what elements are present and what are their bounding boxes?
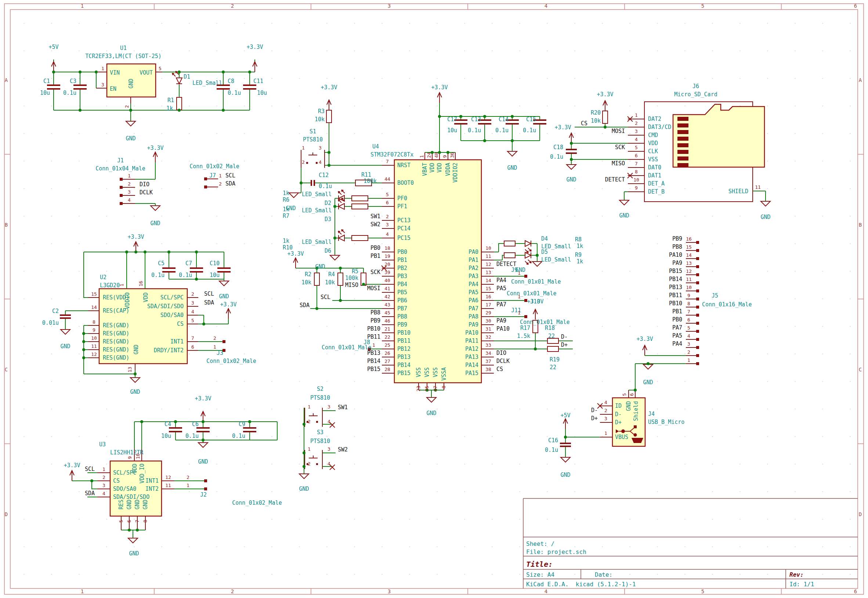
connector-pin-square[interactable] xyxy=(204,479,207,482)
net-label: SCL xyxy=(85,466,95,472)
connector-pin-square[interactable] xyxy=(696,290,699,292)
wire-junction-dot xyxy=(79,70,82,73)
power-arrow-symbol xyxy=(563,419,568,429)
wire-junction-dot xyxy=(634,389,637,392)
net-label: PB14 xyxy=(367,358,380,365)
pin-name: NRST xyxy=(397,162,410,169)
power-label: +3.3V xyxy=(246,44,263,50)
net-label: SDA xyxy=(85,490,95,496)
wire-junction-dot xyxy=(333,205,336,208)
connector-pin-square[interactable] xyxy=(524,315,527,318)
component-label: 0.1u xyxy=(185,433,198,439)
connector-pin-square[interactable] xyxy=(696,306,699,308)
component-label: R9 xyxy=(575,252,582,258)
connector-pin-square[interactable] xyxy=(696,338,699,341)
connector-pin-square[interactable] xyxy=(696,354,699,357)
pin-name: PB0 xyxy=(397,249,407,255)
component-label: 0.1u xyxy=(63,90,76,96)
connector-pin-square[interactable] xyxy=(696,281,699,284)
net-label: PA5 xyxy=(497,285,506,292)
pin-number: 27 xyxy=(385,359,390,364)
wire-junction-dot xyxy=(82,348,85,351)
frame-column-label: 6 xyxy=(854,3,857,9)
connector-pin-square[interactable] xyxy=(696,314,699,317)
gnd-symbol xyxy=(507,151,517,156)
connector-pin-square[interactable] xyxy=(204,487,207,490)
wire-junction-dot xyxy=(536,254,538,257)
wire-junction-dot xyxy=(328,164,330,167)
schematic-canvas[interactable]: 112233445566AABBCCDD xyxy=(0,0,868,598)
connector-pin-square[interactable] xyxy=(204,185,207,188)
component-label: C11 xyxy=(254,78,263,84)
connector-pin-square[interactable] xyxy=(696,257,699,260)
connector-pin-square[interactable] xyxy=(120,178,123,181)
connector-pin-square[interactable] xyxy=(696,249,699,252)
component-label: C8 xyxy=(228,78,234,84)
wire-junction-dot xyxy=(82,356,85,359)
connector-pin-square[interactable] xyxy=(204,178,207,180)
connector-pin-square[interactable] xyxy=(524,275,527,278)
pin-name: PC15 xyxy=(397,235,410,241)
pin-number: 6 xyxy=(191,344,194,350)
pin-name: SHIELD xyxy=(728,188,748,195)
component-label: C18 xyxy=(553,144,563,151)
connector-pin-square[interactable] xyxy=(696,265,699,268)
pin-number: 11 xyxy=(165,483,171,488)
gnd-symbol xyxy=(289,193,298,197)
pin-number: 13 xyxy=(485,270,491,275)
component-label: J6 xyxy=(692,83,699,90)
frame-column-label: 4 xyxy=(544,589,547,594)
pin-name: PB5 xyxy=(397,289,407,296)
gnd-symbol xyxy=(427,398,436,402)
pin-name: SDO/SA0 xyxy=(113,486,136,492)
pin-number: 1 xyxy=(101,66,104,71)
pin-number: 13 xyxy=(686,260,692,266)
pin-name: Shield xyxy=(632,401,639,421)
pin-number: 17 xyxy=(485,302,491,308)
connector-pin-square[interactable] xyxy=(696,346,699,349)
pin-number: 23 xyxy=(416,386,421,392)
power-arrow-symbol xyxy=(643,345,647,356)
gnd-symbol xyxy=(151,206,160,211)
pin-number: 35 xyxy=(424,386,430,392)
component-label: S3 xyxy=(317,429,324,436)
pin-name: PB2 xyxy=(397,265,407,271)
connector-pin-square[interactable] xyxy=(696,298,699,300)
component-label: LED_Small xyxy=(302,239,331,245)
pin-number: 1 xyxy=(688,357,690,363)
pin-name: CLK xyxy=(648,148,658,155)
resistors xyxy=(177,97,608,351)
pin-name: GND xyxy=(142,499,149,510)
connector-pin-square[interactable] xyxy=(696,322,699,325)
pin-name: PA9 xyxy=(468,321,479,328)
connector-pin-square[interactable] xyxy=(120,202,123,205)
pin-number: 5 xyxy=(191,318,194,323)
pin-name: VDDIO2 xyxy=(452,163,459,182)
power-label: GND xyxy=(198,458,208,465)
component-label: 1k xyxy=(283,190,289,196)
power-label: GND xyxy=(60,343,70,350)
connector-pin-square[interactable] xyxy=(222,340,225,343)
pin-name: PA15 xyxy=(465,370,479,377)
net-label: SCL xyxy=(321,294,330,300)
pin-number: 10 xyxy=(686,285,692,290)
pin-number: 32 xyxy=(485,334,491,340)
power-label: +3.3V xyxy=(321,84,337,91)
connector-pin-square[interactable] xyxy=(696,362,699,365)
component-label: Micro_SD_Card xyxy=(674,91,717,98)
pin-number: 20 xyxy=(385,262,390,267)
net-label: PA10 xyxy=(497,326,510,332)
frame-row-label: B xyxy=(859,222,862,228)
pin-number: 4 xyxy=(328,419,330,424)
connector-pin-square[interactable] xyxy=(696,273,699,276)
connector-pin-square[interactable] xyxy=(120,186,123,189)
pin-number: 5 xyxy=(635,145,638,150)
connector-pin-square[interactable] xyxy=(696,330,699,333)
net-label: PB9 xyxy=(370,317,380,324)
net-label: MOSI xyxy=(612,128,625,135)
connector-pin-square[interactable] xyxy=(696,241,699,244)
component-bodies[interactable] xyxy=(99,64,764,516)
connector-pin-square[interactable] xyxy=(120,194,123,197)
pin-number: 4 xyxy=(128,197,131,203)
power-label: GND xyxy=(516,267,525,273)
